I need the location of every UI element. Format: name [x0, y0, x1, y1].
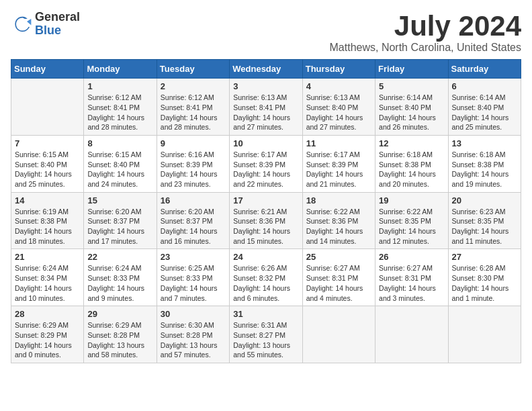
day-info: Sunrise: 6:29 AMSunset: 8:29 PMDaylight:… [15, 320, 80, 360]
calendar-cell [448, 306, 521, 363]
calendar-cell: 30Sunrise: 6:30 AMSunset: 8:28 PMDayligh… [157, 306, 229, 363]
day-number: 4 [306, 81, 371, 91]
day-header-thursday: Thursday [302, 60, 375, 79]
day-number: 22 [87, 252, 152, 262]
day-header-friday: Friday [375, 60, 448, 79]
day-number: 18 [306, 195, 371, 205]
calendar-cell [302, 306, 375, 363]
day-number: 21 [15, 252, 80, 262]
calendar-cell: 12Sunrise: 6:18 AMSunset: 8:38 PMDayligh… [375, 135, 448, 192]
day-number: 19 [379, 195, 444, 205]
day-info: Sunrise: 6:27 AMSunset: 8:31 PMDaylight:… [379, 263, 444, 303]
day-number: 15 [87, 195, 152, 205]
day-info: Sunrise: 6:15 AMSunset: 8:40 PMDaylight:… [15, 150, 80, 189]
day-info: Sunrise: 6:21 AMSunset: 8:36 PMDaylight:… [233, 207, 298, 246]
calendar-body: 1Sunrise: 6:12 AMSunset: 8:41 PMDaylight… [11, 79, 521, 363]
day-number: 16 [161, 195, 226, 205]
logo-icon [11, 13, 32, 35]
day-info: Sunrise: 6:20 AMSunset: 8:37 PMDaylight:… [87, 207, 152, 246]
day-number: 7 [15, 138, 80, 148]
day-info: Sunrise: 6:25 AMSunset: 8:33 PMDaylight:… [161, 263, 226, 303]
logo-text: General Blue [35, 11, 80, 38]
calendar-cell: 9Sunrise: 6:16 AMSunset: 8:39 PMDaylight… [157, 135, 229, 192]
day-info: Sunrise: 6:27 AMSunset: 8:31 PMDaylight:… [306, 263, 371, 303]
day-info: Sunrise: 6:13 AMSunset: 8:40 PMDaylight:… [306, 93, 371, 132]
day-number: 31 [233, 309, 298, 319]
day-info: Sunrise: 6:14 AMSunset: 8:40 PMDaylight:… [379, 93, 444, 132]
day-number: 20 [452, 195, 517, 205]
day-info: Sunrise: 6:18 AMSunset: 8:38 PMDaylight:… [379, 150, 444, 189]
day-info: Sunrise: 6:15 AMSunset: 8:40 PMDaylight:… [87, 150, 152, 189]
day-info: Sunrise: 6:14 AMSunset: 8:40 PMDaylight:… [452, 93, 517, 132]
calendar-header: SundayMondayTuesdayWednesdayThursdayFrid… [11, 60, 521, 79]
day-number: 24 [233, 252, 298, 262]
calendar-cell: 7Sunrise: 6:15 AMSunset: 8:40 PMDaylight… [11, 135, 84, 192]
week-row-3: 14Sunrise: 6:19 AMSunset: 8:38 PMDayligh… [11, 192, 521, 249]
day-number: 28 [15, 309, 80, 319]
calendar-cell: 28Sunrise: 6:29 AMSunset: 8:29 PMDayligh… [11, 306, 84, 363]
day-number: 14 [15, 195, 80, 205]
day-info: Sunrise: 6:18 AMSunset: 8:38 PMDaylight:… [452, 150, 517, 189]
day-number: 9 [161, 138, 226, 148]
day-info: Sunrise: 6:22 AMSunset: 8:35 PMDaylight:… [379, 207, 444, 246]
logo: General Blue [11, 11, 80, 38]
day-info: Sunrise: 6:26 AMSunset: 8:32 PMDaylight:… [233, 263, 298, 303]
day-number: 29 [87, 309, 152, 319]
day-info: Sunrise: 6:17 AMSunset: 8:39 PMDaylight:… [233, 150, 298, 189]
main-title: July 2024 [330, 11, 521, 42]
calendar-cell: 4Sunrise: 6:13 AMSunset: 8:40 PMDaylight… [302, 79, 375, 136]
day-info: Sunrise: 6:19 AMSunset: 8:38 PMDaylight:… [15, 207, 80, 246]
day-info: Sunrise: 6:12 AMSunset: 8:41 PMDaylight:… [87, 93, 152, 132]
calendar-cell: 15Sunrise: 6:20 AMSunset: 8:37 PMDayligh… [84, 192, 157, 249]
day-info: Sunrise: 6:23 AMSunset: 8:35 PMDaylight:… [452, 207, 517, 246]
week-row-5: 28Sunrise: 6:29 AMSunset: 8:29 PMDayligh… [11, 306, 521, 363]
day-header-tuesday: Tuesday [157, 60, 229, 79]
day-info: Sunrise: 6:16 AMSunset: 8:39 PMDaylight:… [161, 150, 226, 189]
day-number: 27 [452, 252, 517, 262]
day-number: 8 [87, 138, 152, 148]
day-header-row: SundayMondayTuesdayWednesdayThursdayFrid… [11, 60, 521, 79]
calendar-cell: 29Sunrise: 6:29 AMSunset: 8:28 PMDayligh… [84, 306, 157, 363]
day-number: 30 [161, 309, 226, 319]
calendar-cell: 24Sunrise: 6:26 AMSunset: 8:32 PMDayligh… [230, 249, 302, 306]
week-row-4: 21Sunrise: 6:24 AMSunset: 8:34 PMDayligh… [11, 249, 521, 306]
calendar: SundayMondayTuesdayWednesdayThursdayFrid… [11, 59, 521, 363]
day-number: 3 [233, 81, 298, 91]
week-row-1: 1Sunrise: 6:12 AMSunset: 8:41 PMDaylight… [11, 79, 521, 136]
day-header-sunday: Sunday [11, 60, 84, 79]
day-number: 5 [379, 81, 444, 91]
day-number: 13 [452, 138, 517, 148]
calendar-cell: 6Sunrise: 6:14 AMSunset: 8:40 PMDaylight… [448, 79, 521, 136]
day-info: Sunrise: 6:22 AMSunset: 8:36 PMDaylight:… [306, 207, 371, 246]
day-header-saturday: Saturday [448, 60, 521, 79]
calendar-cell: 14Sunrise: 6:19 AMSunset: 8:38 PMDayligh… [11, 192, 84, 249]
day-info: Sunrise: 6:17 AMSunset: 8:39 PMDaylight:… [306, 150, 371, 189]
day-number: 17 [233, 195, 298, 205]
day-header-wednesday: Wednesday [230, 60, 302, 79]
calendar-cell: 20Sunrise: 6:23 AMSunset: 8:35 PMDayligh… [448, 192, 521, 249]
calendar-cell: 5Sunrise: 6:14 AMSunset: 8:40 PMDaylight… [375, 79, 448, 136]
calendar-cell: 3Sunrise: 6:13 AMSunset: 8:41 PMDaylight… [230, 79, 302, 136]
calendar-cell: 25Sunrise: 6:27 AMSunset: 8:31 PMDayligh… [302, 249, 375, 306]
day-header-monday: Monday [84, 60, 157, 79]
day-number: 23 [161, 252, 226, 262]
calendar-cell: 13Sunrise: 6:18 AMSunset: 8:38 PMDayligh… [448, 135, 521, 192]
calendar-cell: 18Sunrise: 6:22 AMSunset: 8:36 PMDayligh… [302, 192, 375, 249]
calendar-cell: 27Sunrise: 6:28 AMSunset: 8:30 PMDayligh… [448, 249, 521, 306]
day-info: Sunrise: 6:12 AMSunset: 8:41 PMDaylight:… [161, 93, 226, 132]
day-info: Sunrise: 6:31 AMSunset: 8:27 PMDaylight:… [233, 320, 298, 360]
calendar-cell [11, 79, 84, 136]
day-number: 26 [379, 252, 444, 262]
calendar-cell: 31Sunrise: 6:31 AMSunset: 8:27 PMDayligh… [230, 306, 302, 363]
calendar-cell: 21Sunrise: 6:24 AMSunset: 8:34 PMDayligh… [11, 249, 84, 306]
day-info: Sunrise: 6:20 AMSunset: 8:37 PMDaylight:… [161, 207, 226, 246]
day-number: 25 [306, 252, 371, 262]
day-number: 2 [161, 81, 226, 91]
day-info: Sunrise: 6:13 AMSunset: 8:41 PMDaylight:… [233, 93, 298, 132]
calendar-cell: 10Sunrise: 6:17 AMSunset: 8:39 PMDayligh… [230, 135, 302, 192]
day-info: Sunrise: 6:28 AMSunset: 8:30 PMDaylight:… [452, 263, 517, 303]
day-number: 6 [452, 81, 517, 91]
day-number: 12 [379, 138, 444, 148]
calendar-cell: 16Sunrise: 6:20 AMSunset: 8:37 PMDayligh… [157, 192, 229, 249]
calendar-cell: 22Sunrise: 6:24 AMSunset: 8:33 PMDayligh… [84, 249, 157, 306]
